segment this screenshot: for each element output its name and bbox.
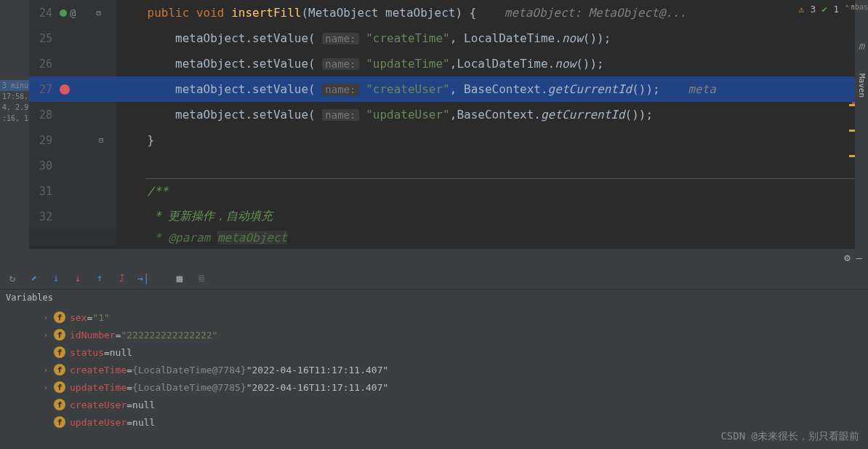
margin-info: 17:58, [0,91,29,102]
force-step-into-icon[interactable]: ↓ [71,271,84,285]
debug-panel: ⚙ — ↻ ⬈ ↓ ↓ ↑ ⤴ →| ▦ ≣ Variables ›fsex =… [0,249,868,449]
step-into-icon[interactable]: ↓ [49,271,63,285]
var-name: createTime [70,365,126,376]
method-separator [145,178,855,179]
inline-hint: meta [688,82,716,96]
left-margin: 3 minu 17:58, 4, 2.99 :16, 1. [0,0,29,249]
expand-icon[interactable]: › [44,366,54,374]
variable-row[interactable]: ›fupdateTime = {LocalDateTime@7785} "202… [0,378,868,396]
param-hint: name: [322,58,358,70]
debug-header: ⚙ — [0,249,868,266]
variable-row[interactable]: fupdateUser = null [0,413,868,431]
margin-info: 3 minu [0,80,29,91]
inline-hint: metaObject: MetaObject@... [505,6,686,20]
variable-row[interactable]: fcreateUser = null [0,396,868,413]
param-hint: name: [322,109,358,121]
step-over-icon[interactable]: ⬈ [28,271,41,285]
minimize-icon[interactable]: — [856,252,862,263]
field-badge-icon: f [54,364,65,376]
line-number: 24 [29,7,57,20]
line-number: 31 [29,185,57,198]
vcs-up-icon[interactable] [60,9,67,17]
maven-icon[interactable]: m [859,40,864,52]
code-line[interactable]: 25 metaObject.setValue( name: "createTim… [29,25,868,51]
field-badge-icon: f [54,346,65,358]
var-name: updateUser [70,417,126,428]
code-line[interactable]: 30 [29,153,868,178]
code-line[interactable]: 28 metaObject.setValue( name: "updateUse… [29,102,868,127]
var-value: {LocalDateTime@7784} [132,365,246,376]
variables-tree[interactable]: ›fsex = "1"›fidNumber = "222222222222222… [0,306,868,449]
code-line[interactable]: 24@⊟ public void insertFill(MetaObject m… [29,0,868,25]
var-value: null [132,417,155,428]
field-badge-icon: f [54,399,65,410]
line-number: 25 [29,32,57,45]
debug-toolbar: ↻ ⬈ ↓ ↓ ↑ ⤴ →| ▦ ≣ [0,266,868,290]
watermark: CSDN @未来很长，别只看眼前 [720,430,859,443]
variable-row[interactable]: ›fsex = "1" [0,309,868,326]
var-name: status [70,347,104,358]
code-line[interactable]: * @param metaObject [29,229,868,245]
database-tab[interactable]: abase [851,3,868,11]
maven-tab[interactable]: Maven [857,73,867,98]
code-container[interactable]: 24@⊟ public void insertFill(MetaObject m… [29,0,868,249]
code-line[interactable]: 26 metaObject.setValue( name: "updateTim… [29,51,868,76]
warning-icon: ⚠ [799,4,805,15]
at-icon: @ [70,7,76,19]
margin-info: 4, 2.99 [0,102,29,113]
check-icon: ✔ [821,4,827,15]
line-number: 30 [29,159,57,172]
line-number: 29 [29,134,57,147]
check-count: 1 [833,4,839,15]
code-line-current[interactable]: 27 metaObject.setValue( name: "createUse… [29,76,868,102]
expand-icon[interactable]: › [44,384,54,392]
var-name: updateTime [70,382,126,393]
right-tool-bar: abase m Maven [855,0,868,249]
code-line[interactable]: 29⊟ } [29,127,868,153]
expand-icon[interactable]: › [44,314,54,322]
param-hint: name: [322,84,358,95]
var-name: sex [70,312,87,323]
var-name: createUser [70,400,126,410]
inspection-summary[interactable]: ⚠3 ✔1 ˄˅ [799,4,855,15]
field-badge-icon: f [54,311,65,323]
var-value: "1" [92,312,109,323]
line-number: 32 [29,210,57,223]
field-badge-icon: f [54,381,65,393]
var-value: "222222222222222" [121,330,217,341]
var-value: null [132,400,155,410]
variable-row[interactable]: ›fcreateTime = {LocalDateTime@7784} "202… [0,361,868,378]
trace-icon[interactable]: ≣ [195,271,208,285]
line-number: 27 [29,83,57,96]
var-value: {LocalDateTime@7785} [132,382,246,393]
line-number: 28 [29,108,57,122]
fold-end-icon[interactable]: ⊟ [99,135,104,145]
editor-area: 3 minu 17:58, 4, 2.99 :16, 1. 24@⊟ publi… [0,0,868,249]
code-line[interactable]: 32 * 更新操作，自动填充 [29,204,868,229]
evaluate-icon[interactable]: ▦ [173,271,186,285]
run-to-cursor-icon[interactable]: →| [137,271,150,285]
drop-frame-icon[interactable]: ⤴ [115,271,128,285]
var-value: null [110,347,132,358]
gear-icon[interactable]: ⚙ [844,252,850,263]
variable-row[interactable]: fstatus = null [0,343,868,361]
step-out-icon[interactable]: ↑ [93,271,106,285]
fold-icon[interactable]: ⊟ [96,8,101,17]
warning-count: 3 [811,4,816,15]
restart-icon[interactable]: ↻ [6,271,19,285]
margin-info: :16, 1. [0,113,29,124]
breakpoint-icon[interactable] [60,84,70,95]
variable-row[interactable]: ›fidNumber = "222222222222222" [0,326,868,343]
field-badge-icon: f [54,416,65,428]
expand-icon[interactable]: › [44,331,54,339]
line-number: 26 [29,57,57,71]
variables-label: Variables [0,290,868,306]
field-badge-icon: f [54,329,65,341]
code-line[interactable]: 31 /** [29,178,868,204]
param-hint: name: [322,33,358,44]
var-name: idNumber [70,330,116,341]
